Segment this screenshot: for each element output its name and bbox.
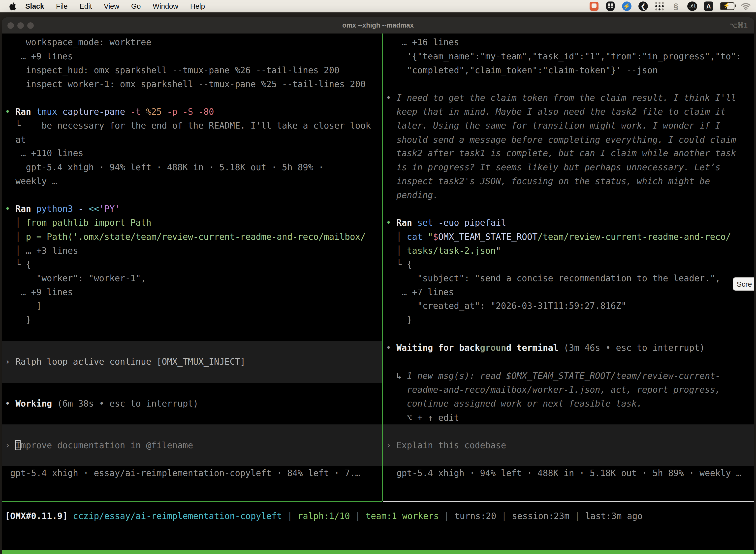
terminal-line: readme-and-reco/mailbox/worker-1.json, a… <box>386 384 754 396</box>
terminal-line: '{"team_name":"my-team","task_id":"1","f… <box>386 50 754 63</box>
desktop-screen: SlackFileEditViewGoWindowHelp ⚡ ❮ § ..61… <box>0 0 756 554</box>
usage-badge-icon[interactable]: ..61 <box>687 1 697 11</box>
terminal-line: gpt-5.4 xhigh · 94% left · 488K in · 5.1… <box>386 467 754 479</box>
terminal-line: } <box>386 314 754 326</box>
terminal-line: inspect task2's JSON, focusing on the st… <box>386 175 754 187</box>
screen-share-overlay-button[interactable]: Scre <box>733 277 754 291</box>
terminal-line: inspect_hud: omx sparkshell --tmux-pane … <box>5 64 382 76</box>
terminal-line: › Explain this codebase <box>386 439 754 451</box>
terminal-line: │ from pathlib import Path <box>5 216 382 229</box>
terminal-line: } <box>5 314 382 326</box>
text-cursor: I <box>15 440 20 450</box>
terminal-line: ↳ 1 new msg(s): read $OMX_TEAM_STATE_ROO… <box>386 370 754 382</box>
terminal-line: │ … +3 lines <box>5 244 382 257</box>
terminal-line: │ p = Path('.omx/state/team/review-curre… <box>5 231 382 243</box>
window-title-bar[interactable]: omx --xhigh --madmax ⌥⌘1 <box>2 17 754 34</box>
input-source-icon[interactable]: A <box>703 1 714 11</box>
battery-icon[interactable] <box>720 1 735 11</box>
pane-divider-vertical <box>382 34 383 501</box>
hook-utility-icon[interactable]: § <box>671 1 681 11</box>
terminal-line: • I need to get the claim token from the… <box>386 92 754 104</box>
terminal-line: • Working (6m 38s • esc to interrupt) <box>5 397 382 410</box>
terminal-line: └ { <box>386 258 754 271</box>
terminal-line: at <box>5 133 382 146</box>
terminal-line: › Ralph loop active continue [OMX_TMUX_I… <box>5 355 382 368</box>
terminal-line: • Ran tmux capture-pane -t %25 -p -S -80 <box>5 106 382 118</box>
terminal-line: └ { <box>5 258 382 271</box>
terminal-line: "worker": "worker-1", <box>5 272 382 284</box>
terminal-line: continue assigned work or next feasible … <box>386 397 754 410</box>
terminal-line: › Improve documentation in @filename <box>5 439 382 451</box>
terminal-line: … +9 lines <box>5 50 382 63</box>
terminal-line: │ tasks/task-2.json" <box>386 244 754 257</box>
terminal-line: • Ran python3 - <<'PY' <box>5 203 382 215</box>
terminal-line: gpt-5.4 xhigh · 94% left · 488K in · 5.1… <box>5 161 382 173</box>
wifi-icon[interactable] <box>741 1 751 11</box>
app-grid-icon[interactable] <box>654 1 665 11</box>
terminal-line: "completed","claim_token":"claim-token"}… <box>386 64 754 76</box>
privacy-shield-icon[interactable] <box>605 1 616 11</box>
terminal-line: task2 after task1 is complete, but can I… <box>386 147 754 159</box>
menu-item-edit[interactable]: Edit <box>74 0 98 12</box>
terminal-content: workspace_mode: worktree … +9 lines insp… <box>2 34 754 554</box>
terminal-line: "created_at": "2026-03-31T11:59:27.816Z" <box>386 299 754 312</box>
menu-item-window[interactable]: Window <box>147 0 184 12</box>
terminal-line: • Ran set -euo pipefail <box>386 216 754 229</box>
terminal-line: inspect_worker-1: omx sparkshell --tmux-… <box>5 78 382 90</box>
terminal-line: "subject": "send a concise recommendatio… <box>386 272 754 284</box>
menu-items: SlackFileEditViewGoWindowHelp <box>19 0 211 12</box>
terminal-line: should send a message before completing … <box>386 133 754 146</box>
window-title: omx --xhigh --madmax <box>2 17 754 34</box>
menu-item-slack[interactable]: Slack <box>19 0 50 12</box>
terminal-line: ] <box>5 299 382 312</box>
omx-status-row: [OMX#0.11.9] cczip/essay/ai-reimplementa… <box>2 502 754 538</box>
terminal-line: later. Using the same for transition mig… <box>386 119 754 132</box>
terminal-line: gpt-5.4 xhigh · essay/ai-reimplementatio… <box>5 467 382 479</box>
tmux-pane-left[interactable]: workspace_mode: worktree … +9 lines insp… <box>2 34 382 501</box>
terminal-line: [OMX#0.11.9] cczip/essay/ai-reimplementa… <box>5 510 754 522</box>
apple-menu-icon[interactable] <box>9 1 17 11</box>
window-shortcut-badge: ⌥⌘1 <box>730 17 748 34</box>
zap-badge-icon[interactable]: ⚡ <box>622 1 632 11</box>
terminal-line: │ cat "$OMX_TEAM_STATE_ROOT/team/review-… <box>386 231 754 243</box>
terminal-line: ⌥ + ↑ edit <box>386 411 754 424</box>
notification-chat-icon[interactable] <box>589 1 599 11</box>
terminal-line: … +110 lines <box>5 147 382 159</box>
terminal-line: is in progress? It seems likely but perh… <box>386 161 754 173</box>
menu-item-help[interactable]: Help <box>184 0 211 12</box>
menu-item-view[interactable]: View <box>98 0 125 12</box>
menu-item-file[interactable]: File <box>50 0 74 12</box>
dark-circle-chevron-icon[interactable]: ❮ <box>638 1 648 11</box>
terminal-line: • Waiting for background terminal (3m 46… <box>386 341 754 354</box>
terminal-line: … +7 lines <box>386 286 754 298</box>
menu-bar: SlackFileEditViewGoWindowHelp ⚡ ❮ § ..61… <box>0 0 756 12</box>
terminal-line: └ be necessary for the end of the README… <box>5 119 382 132</box>
terminal-line: weekly … <box>5 175 382 187</box>
terminal-line: … +16 lines <box>386 36 754 48</box>
tmux-pane-right[interactable]: … +16 lines '{"team_name":"my-team","tas… <box>383 34 754 501</box>
tmux-status-bar: [omx-cczip0:bash* "MacBook-Pro-44.local"… <box>2 550 754 554</box>
terminal-line: pending. <box>386 189 754 201</box>
menu-item-go[interactable]: Go <box>125 0 147 12</box>
menu-status-icons: ⚡ ❮ § ..61 A <box>589 1 756 11</box>
terminal-window: omx --xhigh --madmax ⌥⌘1 workspace_mode:… <box>2 17 754 554</box>
terminal-line: keep that in mind. Maybe I also need the… <box>386 106 754 118</box>
terminal-line: workspace_mode: worktree <box>5 36 382 48</box>
terminal-line: … +9 lines <box>5 286 382 298</box>
